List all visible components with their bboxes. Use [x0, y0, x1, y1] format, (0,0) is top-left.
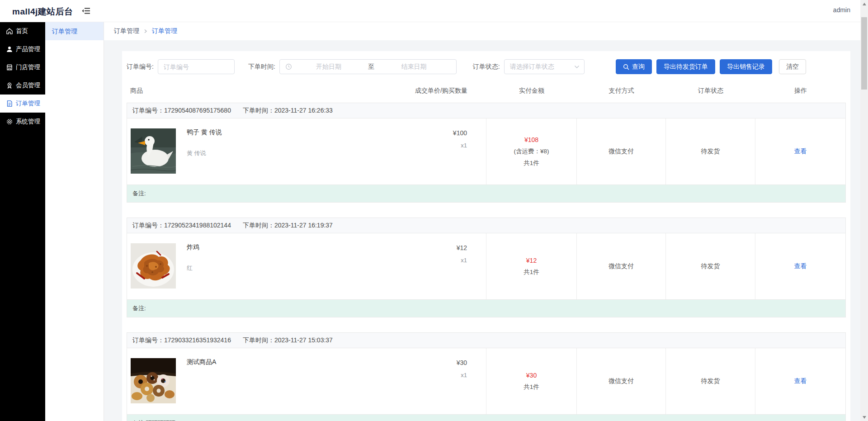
order-status-label: 订单状态: [473, 63, 500, 71]
sidebar: 首页 产品管理 门店管理 会员管理 订单管理 [0, 22, 45, 421]
product-quantity: x1 [457, 371, 467, 380]
order-status-cell: 待发货 [665, 233, 755, 299]
order-time-label: 下单时间: [248, 63, 275, 71]
order-time-label: 下单时间： [243, 107, 274, 114]
action-cell: 查看 [755, 233, 845, 299]
end-date-placeholder: 结束日期 [377, 63, 451, 71]
order-no-label: 订单编号： [132, 107, 164, 114]
order-status-cell: 待发货 [665, 118, 755, 184]
action-cell: 查看 [755, 348, 845, 414]
item-count: 共1件 [524, 266, 539, 278]
order-remark: 备注: [127, 299, 845, 317]
gear-icon [6, 118, 13, 125]
freight-note: (含运费：¥8) [514, 146, 549, 157]
order-no-value: 1729054087695175680 [164, 107, 231, 114]
order-no-label: 订单编号: [127, 63, 154, 71]
remark-label: 备注: [132, 190, 146, 197]
range-separator: 至 [365, 63, 377, 71]
sidebar-item-home[interactable]: 首页 [0, 22, 45, 40]
header-unit-price-qty: 成交单价/购买数量 [415, 87, 486, 95]
export-pending-button[interactable]: 导出待发货订单 [656, 59, 715, 74]
scrollbar-thumb[interactable] [861, 17, 867, 90]
product-quantity: x1 [457, 256, 467, 265]
sidebar-item-orders[interactable]: 订单管理 [0, 95, 45, 113]
sidebar-item-stores[interactable]: 门店管理 [0, 58, 45, 76]
order-no-input[interactable] [158, 59, 235, 74]
paid-amount-cell: ¥108 (含运费：¥8) 共1件 [486, 118, 576, 184]
export-sales-button[interactable]: 导出销售记录 [720, 59, 772, 74]
sidebar-item-label: 会员管理 [16, 81, 40, 90]
sidebar-item-label: 系统管理 [16, 118, 40, 126]
sidebar-item-products[interactable]: 产品管理 [0, 40, 45, 58]
sidebar-item-label: 产品管理 [16, 45, 40, 53]
order-row: 炸鸡 红 ¥12 x1 ¥12 共1件 微信支付 待发货 查看 [127, 233, 845, 299]
scroll-down-icon[interactable] [860, 413, 868, 421]
clear-button[interactable]: 清空 [779, 59, 806, 74]
pay-method-cell: 微信支付 [576, 348, 665, 414]
user-name[interactable]: admin [833, 6, 850, 14]
main-content: 订单管理 订单管理 订单编号: 下单时间: 开始日期 至 结束日期 [104, 22, 868, 421]
donuts-product-image [131, 358, 176, 403]
view-link[interactable]: 查看 [794, 262, 807, 270]
product-image [131, 358, 176, 403]
view-link[interactable]: 查看 [794, 147, 807, 156]
chevron-right-icon [143, 28, 148, 34]
action-cell: 查看 [755, 118, 845, 184]
header-order-status: 订单状态 [666, 87, 755, 95]
product-quantity: x1 [453, 141, 467, 150]
scroll-up-icon[interactable] [860, 0, 868, 8]
product-cell: 鸭子 黄 传说 黄 传说 ¥100 x1 [127, 118, 486, 184]
page: mall4j建站后台 admin 首页 产品管理 门店管理 [0, 0, 868, 421]
order-status-select[interactable]: 请选择订单状态 [504, 59, 585, 74]
sidebar-item-members[interactable]: 会员管理 [0, 76, 45, 95]
search-button-label: 查询 [632, 63, 645, 71]
sidebar-item-label: 首页 [16, 27, 28, 35]
order-time-label: 下单时间： [243, 222, 274, 229]
order-remark: 备注: [127, 184, 845, 202]
paid-amount-cell: ¥12 共1件 [486, 233, 576, 299]
product-cell: 测试商品A ¥30 x1 [127, 348, 486, 414]
store-icon [6, 64, 13, 71]
order-no-value: 1729033216351932416 [164, 336, 231, 344]
app-logo: mall4j建站后台 [12, 6, 73, 18]
order-no-label: 订单编号： [132, 222, 164, 229]
product-price-qty: ¥30 x1 [457, 358, 467, 380]
product-unit-price: ¥30 [457, 358, 467, 367]
breadcrumb-parent[interactable]: 订单管理 [114, 27, 139, 35]
tab-order-management[interactable]: 订单管理 [45, 22, 104, 40]
header-paid-amount: 实付金额 [486, 87, 577, 95]
table-header: 商品 成交单价/购买数量 实付金额 支付方式 订单状态 操作 [127, 85, 846, 97]
remark-label: 备注: [132, 305, 146, 312]
order-status-cell: 待发货 [665, 348, 755, 414]
order-no-value: 1729052341988102144 [164, 222, 231, 229]
menu-fold-icon[interactable] [81, 7, 91, 15]
chevron-down-icon [574, 65, 580, 69]
filter-bar: 订单编号: 下单时间: 开始日期 至 结束日期 订单状态: 请选择订单状态 [127, 59, 846, 74]
filter-buttons: 查询 导出待发货订单 导出销售记录 清空 [616, 59, 846, 74]
product-spec: 红 [187, 264, 193, 272]
paid-amount: ¥12 [526, 255, 537, 266]
paid-amount: ¥108 [524, 134, 538, 146]
header-goods: 商品 [127, 87, 143, 95]
paid-amount-cell: ¥30 共1件 [486, 348, 576, 414]
order-time-value: 2023-11-27 15:03:37 [274, 336, 333, 344]
sidebar-item-system[interactable]: 系统管理 [0, 113, 45, 131]
duck-product-image [131, 128, 176, 174]
order-row: 测试商品A ¥30 x1 ¥30 共1件 微信支付 待发货 查看 [127, 348, 845, 414]
breadcrumb: 订单管理 订单管理 [104, 22, 868, 40]
order-time-label: 下单时间： [243, 336, 274, 344]
paid-amount: ¥30 [526, 369, 537, 381]
view-link[interactable]: 查看 [794, 377, 807, 385]
order-block-header: 订单编号：1729054087695175680下单时间：2023-11-27 … [127, 103, 845, 118]
breadcrumb-current[interactable]: 订单管理 [152, 27, 177, 35]
search-button[interactable]: 查询 [616, 59, 652, 74]
date-range-picker[interactable]: 开始日期 至 结束日期 [279, 59, 457, 74]
item-count: 共1件 [524, 157, 539, 169]
vertical-scrollbar[interactable] [860, 0, 868, 421]
order-block: 订单编号：1729033216351932416下单时间：2023-11-27 … [127, 332, 846, 421]
product-cell: 炸鸡 红 ¥12 x1 [127, 233, 486, 299]
header-pay-method: 支付方式 [577, 87, 666, 95]
topbar: mall4j建站后台 admin [0, 0, 868, 22]
document-icon [6, 100, 13, 107]
order-list: 订单编号：1729054087695175680下单时间：2023-11-27 … [127, 103, 846, 421]
